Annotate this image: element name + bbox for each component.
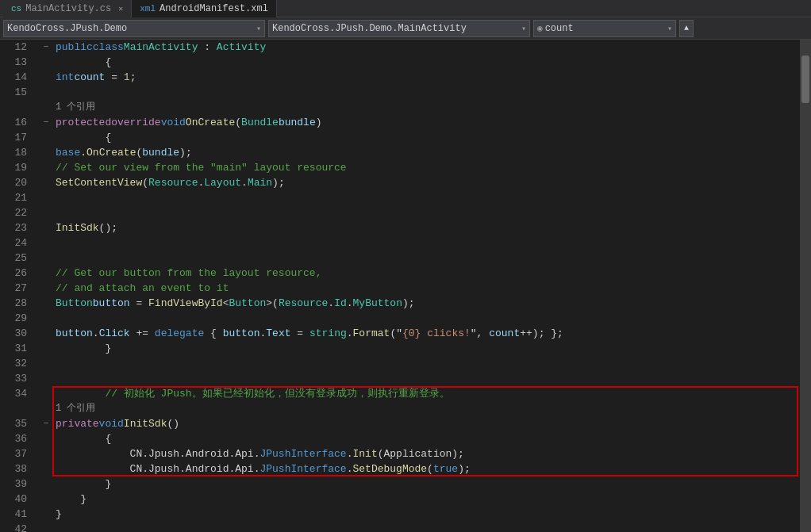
symbol-dropdown[interactable]: ◉ count ▾: [533, 20, 676, 37]
code-line-14: [56, 251, 800, 266]
line-number-32: 32: [0, 356, 33, 371]
scrollbar-thumb[interactable]: [801, 55, 809, 103]
code-line-19: button.Click += delegate { button.Text =…: [56, 326, 800, 341]
code-line-2: int count = 1;: [56, 70, 800, 85]
line-number-39: 39: [0, 477, 33, 492]
cs-icon: cs: [11, 4, 21, 13]
fold-gutter: −−−: [40, 40, 52, 532]
code-content[interactable]: public class MainActivity : Activity { i…: [52, 40, 800, 532]
line-number-35: 35: [0, 416, 33, 431]
line-number-25: 25: [0, 251, 33, 266]
fold-gutter-5[interactable]: −: [40, 115, 52, 130]
line-number-19: 19: [0, 160, 33, 175]
title-bar: cs MainActivity.cs ✕ xml AndroidManifest…: [0, 0, 811, 17]
line-number-13: 13: [0, 55, 33, 70]
code-line-16: // and attach an event to it: [56, 281, 800, 296]
code-line-8: // Set our view from the "main" layout r…: [56, 160, 800, 175]
comment-cn: // 初始化 JPush。如果已经初始化，但没有登录成功，则执行重新登录。: [56, 386, 450, 401]
fold-gutter-10: [40, 190, 52, 205]
fold-gutter-0[interactable]: −: [40, 40, 52, 55]
close-icon[interactable]: ✕: [118, 4, 123, 13]
fold-gutter-30: [40, 492, 52, 507]
line-number-41: 41: [0, 507, 33, 522]
fold-gutter-2: [40, 70, 52, 85]
fold-gutter-12: [40, 220, 52, 235]
location-dropdown[interactable]: KendoCross.JPush.Demo.MainActivity ▾: [268, 20, 530, 37]
line-number-31: 31: [0, 341, 33, 356]
line-number-42: 42: [0, 522, 33, 532]
editor-area: 1213141516171819202122232425262728293031…: [0, 40, 811, 532]
line-number-37: 37: [0, 446, 33, 461]
code-line-26: {: [56, 431, 800, 446]
code-line-0: public class MainActivity : Activity: [56, 40, 800, 55]
fold-gutter-7: [40, 145, 52, 160]
toolbar-bar: KendoCross.JPush.Demo ▾ KendoCross.JPush…: [0, 17, 811, 40]
namespace-dropdown-arrow: ▾: [250, 24, 261, 33]
line-number-hint: [0, 401, 33, 416]
line-number-36: 36: [0, 431, 33, 446]
tab-androidmanifest[interactable]: xml AndroidManifest.xml: [132, 0, 277, 17]
fold-gutter-19: [40, 326, 52, 341]
fold-gutter-6: [40, 130, 52, 145]
tab-androidmanifest-label: AndroidManifest.xml: [160, 3, 268, 14]
fold-gutter-13: [40, 235, 52, 251]
fold-gutter-18: [40, 311, 52, 326]
code-line-15: // Get our button from the layout resour…: [56, 266, 800, 281]
line-numbers: 1213141516171819202122232425262728293031…: [0, 40, 40, 532]
line-number-23: 23: [0, 220, 33, 235]
hint-text: 1 个引用: [56, 100, 95, 115]
namespace-dropdown[interactable]: KendoCross.JPush.Demo ▾: [3, 20, 265, 37]
code-line-12: InitSdk();: [56, 220, 800, 235]
line-number-38: 38: [0, 461, 33, 477]
code-line-7: base.OnCreate(bundle);: [56, 145, 800, 160]
line-number-17: 17: [0, 130, 33, 145]
fold-gutter-25[interactable]: −: [40, 416, 52, 431]
code-line-25: private void InitSdk(): [56, 416, 800, 431]
code-line-24: 1 个引用: [56, 401, 800, 416]
line-number-15: 15: [0, 85, 33, 100]
line-number-20: 20: [0, 175, 33, 190]
fold-gutter-11: [40, 205, 52, 220]
code-line-29: }: [56, 477, 800, 492]
code-line-11: [56, 205, 800, 220]
line-number-16: 16: [0, 115, 33, 130]
code-line-21: [56, 356, 800, 371]
line-number-28: 28: [0, 296, 33, 311]
line-number-21: 21: [0, 190, 33, 205]
line-number-26: 26: [0, 266, 33, 281]
fold-gutter-21: [40, 356, 52, 371]
fold-gutter-4: [40, 100, 52, 115]
fold-gutter-23: [40, 386, 52, 401]
line-number-24: 24: [0, 235, 33, 251]
fold-gutter-1: [40, 55, 52, 70]
line-number-40: 40: [0, 492, 33, 507]
fold-gutter-20: [40, 341, 52, 356]
fold-gutter-32: [40, 522, 52, 532]
fold-gutter-28: [40, 461, 52, 477]
line-number-30: 30: [0, 326, 33, 341]
fold-gutter-16: [40, 281, 52, 296]
code-line-23: // 初始化 JPush。如果已经初始化，但没有登录成功，则执行重新登录。: [56, 386, 800, 401]
fold-gutter-26: [40, 431, 52, 446]
scroll-up-btn[interactable]: ▲: [679, 20, 694, 37]
code-line-10: [56, 190, 800, 205]
tab-mainactivity[interactable]: cs MainActivity.cs ✕: [3, 0, 132, 17]
line-number-33: 33: [0, 371, 33, 386]
fold-gutter-22: [40, 371, 52, 386]
hint-text: 1 个引用: [56, 401, 95, 416]
code-line-5: protected override void OnCreate(Bundle …: [56, 115, 800, 130]
line-number-27: 27: [0, 281, 33, 296]
fold-gutter-31: [40, 507, 52, 522]
tab-mainactivity-label: MainActivity.cs: [25, 3, 111, 14]
fold-gutter-27: [40, 446, 52, 461]
code-line-13: [56, 235, 800, 251]
code-line-6: {: [56, 130, 800, 145]
code-line-22: [56, 371, 800, 386]
namespace-value: KendoCross.JPush.Demo: [7, 23, 127, 34]
code-line-17: Button button = FindViewById<Button>(Res…: [56, 296, 800, 311]
code-line-30: }: [56, 492, 800, 507]
vertical-scrollbar[interactable]: [800, 40, 811, 532]
fold-gutter-9: [40, 175, 52, 190]
symbol-icon: ◉: [537, 23, 543, 33]
symbol-value: count: [545, 23, 574, 34]
